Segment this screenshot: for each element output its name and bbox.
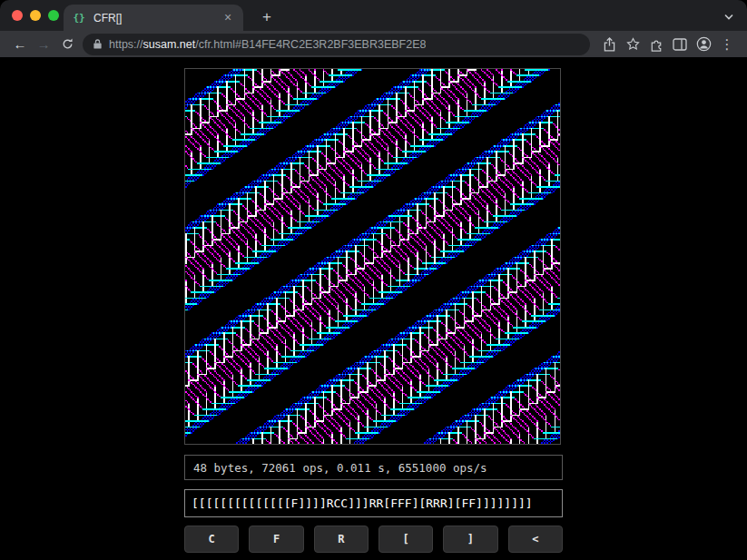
forward-arrow-icon: →: [37, 36, 51, 52]
window-controls: [12, 10, 59, 21]
back-button[interactable]: ←: [8, 33, 32, 56]
tab-search-button[interactable]: [722, 12, 736, 23]
code-input[interactable]: [184, 489, 563, 517]
new-tab-button[interactable]: +: [257, 7, 277, 27]
minimize-window-button[interactable]: [30, 10, 41, 21]
page-content: 48 bytes, 72061 ops, 0.011 s, 6551000 op…: [0, 57, 747, 560]
fullscreen-window-button[interactable]: [48, 10, 59, 21]
side-panel-button[interactable]: [668, 33, 692, 56]
url-text: https://susam.net/cfr.html#B14FE4RC2E3R2…: [109, 38, 426, 51]
back-arrow-icon: ←: [14, 36, 27, 52]
address-bar[interactable]: https://susam.net/cfr.html#B14FE4RC2E3R2…: [83, 34, 590, 55]
side-panel-icon: [673, 38, 687, 51]
star-icon: [626, 37, 640, 51]
button-r[interactable]: R: [314, 526, 369, 553]
reload-button[interactable]: [55, 33, 79, 56]
forward-button[interactable]: →: [32, 33, 55, 56]
profile-button[interactable]: [692, 33, 715, 56]
url-scheme: https://: [109, 38, 143, 51]
bookmark-button[interactable]: [621, 33, 644, 56]
tab-close-icon[interactable]: ×: [221, 11, 235, 25]
button-open-bracket[interactable]: [: [378, 526, 433, 553]
command-buttons: C F R [ ] <: [184, 526, 563, 553]
puzzle-icon: [649, 37, 663, 52]
lock-icon: [93, 38, 103, 50]
tab-cfr[interactable]: {} CFR[] ×: [64, 5, 243, 31]
button-close-bracket[interactable]: ]: [443, 526, 497, 553]
cfr-app: 48 bytes, 72061 ops, 0.011 s, 6551000 op…: [184, 68, 563, 553]
browser-toolbar: ← → https://susam.net/cfr.html#B14FE4RC2…: [0, 31, 747, 57]
share-button[interactable]: [597, 33, 621, 56]
tab-strip: {} CFR[] × +: [0, 0, 747, 31]
menu-button[interactable]: ⋮: [715, 33, 739, 56]
browser-window: { "browser": { "tab": { "favicon_glyph":…: [0, 0, 747, 560]
tab-title: CFR[]: [93, 12, 213, 25]
url-host: susam.net: [143, 38, 196, 51]
avatar-icon: [696, 36, 712, 52]
chevron-down-icon: [723, 14, 734, 21]
kebab-menu-icon: ⋮: [721, 36, 734, 53]
button-c[interactable]: C: [184, 526, 239, 553]
browser-chrome: {} CFR[] × + ← → https://susam.net/cfr.h…: [0, 0, 747, 560]
extensions-button[interactable]: [644, 33, 668, 56]
button-f[interactable]: F: [249, 526, 303, 553]
reload-icon: [61, 37, 74, 51]
share-icon: [604, 37, 615, 52]
status-bar: 48 bytes, 72061 ops, 0.011 s, 6551000 op…: [184, 455, 563, 480]
cfr-canvas: [184, 68, 561, 445]
favicon-icon: {}: [72, 12, 86, 24]
close-window-button[interactable]: [12, 10, 23, 21]
url-path: /cfr.html#B14FE4RC2E3R2BF3EBR3EBF2E8: [195, 38, 426, 51]
button-backspace[interactable]: <: [508, 526, 563, 553]
